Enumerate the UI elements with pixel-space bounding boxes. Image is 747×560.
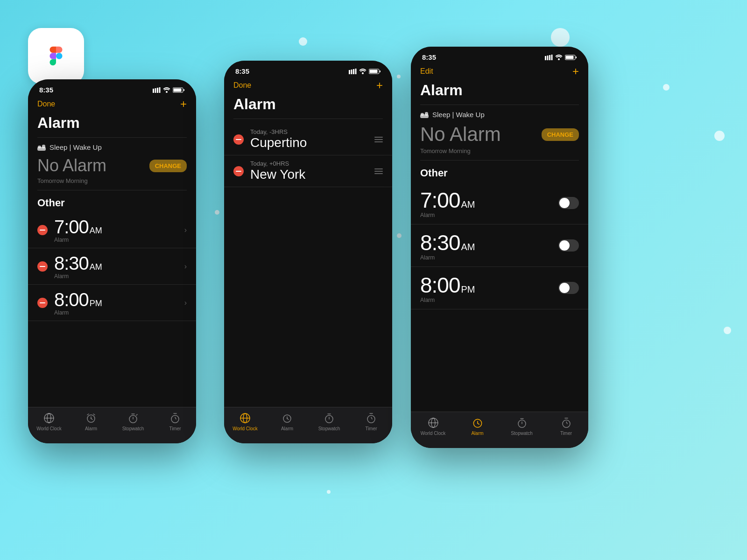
svg-rect-32 xyxy=(370,70,378,73)
no-alarm-text-left: No Alarm xyxy=(37,156,106,175)
svg-point-4 xyxy=(166,91,168,93)
tab-alarm-right[interactable]: Alarm xyxy=(455,417,500,436)
wc-minus-1[interactable] xyxy=(233,166,244,176)
alarm-time-2-right: 8:00 PM xyxy=(420,273,558,298)
tab-alarm-middle[interactable]: Alarm xyxy=(266,412,308,431)
plus-button-right[interactable]: + xyxy=(572,66,579,77)
divider xyxy=(233,119,383,119)
wc-diff-0: Today, -3HRS xyxy=(250,128,374,135)
status-icons-right xyxy=(545,55,577,60)
alarm-ampm-1-left: AM xyxy=(90,262,102,272)
minus-btn-1-left[interactable] xyxy=(37,261,48,272)
minus-btn-2-left[interactable] xyxy=(37,298,48,308)
svg-rect-6 xyxy=(174,88,182,91)
tab-alarm-left[interactable]: Alarm xyxy=(70,412,112,431)
alarm-row-left-2: 8:00 PM Alarm › xyxy=(28,285,196,321)
done-button-left[interactable]: Done xyxy=(37,100,55,108)
alarm-icon-left xyxy=(85,412,97,424)
minus-btn-0-left[interactable] xyxy=(37,225,48,235)
page-title-middle: Alarm xyxy=(224,94,392,119)
svg-line-17 xyxy=(87,414,89,415)
sleep-header-right: Sleep | Wake Up xyxy=(420,111,579,119)
sleep-section-right: Sleep | Wake Up No Alarm CHANGE Tomorrow… xyxy=(411,105,588,160)
alarm-label-1-right: Alarm xyxy=(420,254,558,261)
svg-rect-7 xyxy=(183,89,184,91)
tab-timer-right[interactable]: Timer xyxy=(544,417,588,436)
svg-rect-29 xyxy=(355,69,357,74)
alarm-label-0-right: Alarm xyxy=(420,212,558,218)
alarm-time-group-2-right: 8:00 PM Alarm xyxy=(420,273,558,303)
svg-line-18 xyxy=(93,414,95,415)
decorative-dot xyxy=(663,84,669,91)
tab-stopwatch-middle[interactable]: Stopwatch xyxy=(308,412,350,431)
decorative-dot xyxy=(299,37,307,46)
nav-bar-middle: Done + xyxy=(224,75,392,94)
alarm-ampm-2-right: PM xyxy=(461,284,475,295)
world-clock-item-1[interactable]: Today, +0HRS New York xyxy=(224,155,392,187)
svg-rect-49 xyxy=(551,55,553,60)
tab-worldclock-middle[interactable]: World Clock xyxy=(224,412,266,431)
status-time-right: 8:35 xyxy=(422,53,436,61)
sleep-section-left: Sleep | Wake Up No Alarm CHANGE Tomorrow… xyxy=(28,138,196,190)
decorative-dot xyxy=(327,490,331,494)
world-clock-icon-middle xyxy=(239,412,251,424)
change-button-left[interactable]: CHANGE xyxy=(149,160,187,172)
svg-rect-3 xyxy=(159,87,161,93)
decorative-dot xyxy=(397,233,402,238)
alarm-row-left-0: 7:00 AM Alarm › xyxy=(28,212,196,248)
other-label-right: Other xyxy=(411,161,588,182)
tab-stopwatch-left[interactable]: Stopwatch xyxy=(112,412,154,431)
decorative-dot xyxy=(551,28,570,47)
tab-timer-middle[interactable]: Timer xyxy=(350,412,392,431)
tab-timer-label-right: Timer xyxy=(560,431,572,436)
wc-handle-0 xyxy=(374,137,383,142)
plus-button-middle[interactable]: + xyxy=(376,80,383,91)
alarm-label-2-left: Alarm xyxy=(54,309,184,316)
phone-right: 8:35 Edit + Alarm Sleep | Wake Up xyxy=(411,47,588,448)
nav-bar-left: Done + xyxy=(28,94,196,112)
svg-rect-33 xyxy=(380,70,381,72)
tab-stopwatch-label-right: Stopwatch xyxy=(511,431,533,436)
timer-icon-middle xyxy=(365,412,377,424)
svg-line-16 xyxy=(91,419,92,420)
page-title-right: Alarm xyxy=(411,80,588,105)
alarm-time-group-0-right: 7:00 AM Alarm xyxy=(420,188,558,218)
tab-stopwatch-label-left: Stopwatch xyxy=(122,426,144,431)
svg-line-62 xyxy=(478,423,479,424)
decorative-dot xyxy=(397,75,401,78)
svg-line-24 xyxy=(175,417,176,419)
nav-bar-right: Edit + xyxy=(411,61,588,80)
alarm-ampm-0-right: AM xyxy=(461,199,475,210)
tab-worldclock-left[interactable]: World Clock xyxy=(28,412,70,431)
alarm-time-0-left: 7:00 AM xyxy=(54,217,184,238)
status-time-middle: 8:35 xyxy=(235,67,249,75)
wc-minus-0[interactable] xyxy=(233,134,244,145)
alarm-time-1-left: 8:30 AM xyxy=(54,253,184,274)
toggle-1-right[interactable] xyxy=(558,239,579,252)
svg-point-66 xyxy=(563,420,570,427)
sleep-label-left: Sleep | Wake Up xyxy=(49,143,102,151)
alarm-time-0-right: 7:00 AM xyxy=(420,188,558,213)
edit-button-right[interactable]: Edit xyxy=(420,67,433,76)
toggle-0-right[interactable] xyxy=(558,197,579,209)
plus-button-left[interactable]: + xyxy=(180,98,187,110)
change-button-right[interactable]: CHANGE xyxy=(542,128,579,141)
toggle-2-right[interactable] xyxy=(558,282,579,294)
wc-info-1: Today, +0HRS New York xyxy=(250,160,374,182)
sleep-label-right: Sleep | Wake Up xyxy=(432,111,485,119)
svg-rect-28 xyxy=(353,69,354,74)
svg-point-50 xyxy=(558,58,560,60)
status-icons-left xyxy=(153,87,185,93)
svg-point-23 xyxy=(171,415,179,423)
svg-rect-26 xyxy=(349,70,350,74)
timer-icon-left xyxy=(169,412,181,424)
tab-stopwatch-right[interactable]: Stopwatch xyxy=(500,417,544,436)
tab-timer-label-middle: Timer xyxy=(365,426,377,431)
tab-worldclock-right[interactable]: World Clock xyxy=(411,417,455,436)
done-button-middle[interactable]: Done xyxy=(233,81,251,90)
world-clock-item-0[interactable]: Today, -3HRS Cupertino xyxy=(224,124,392,155)
svg-rect-47 xyxy=(547,56,549,60)
tab-timer-left[interactable]: Timer xyxy=(154,412,196,431)
no-alarm-row-right: No Alarm CHANGE xyxy=(420,123,579,146)
tab-alarm-label-middle: Alarm xyxy=(281,426,293,431)
